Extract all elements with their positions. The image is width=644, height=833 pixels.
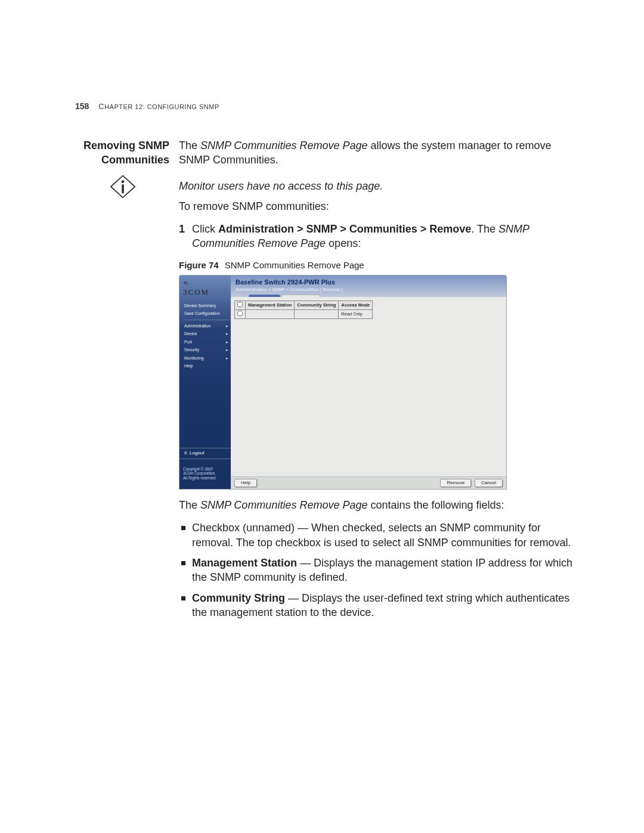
chevron-right-icon: ▸ bbox=[226, 339, 228, 345]
breadcrumb: Administration > SNMP > Communities [ Re… bbox=[231, 287, 506, 295]
communities-table: Management Station Community String Acce… bbox=[234, 301, 373, 319]
body: Removing SNMP Communities The SNMP Commu… bbox=[72, 138, 572, 625]
sidebar-nav: Device Summary Save Configuration Admini… bbox=[183, 302, 230, 370]
sidebar-item-security[interactable]: Security▸ bbox=[183, 346, 230, 354]
select-all-cell bbox=[235, 301, 246, 310]
col-community-string: Community String bbox=[295, 301, 339, 310]
note-block: Monitor users have no access to this pag… bbox=[72, 174, 572, 626]
sidebar: ⟲ 3COM Device Summary Save Configuration… bbox=[179, 275, 231, 489]
section-body: The SNMP Communities Remove Page allows … bbox=[179, 138, 572, 176]
procedure-list: 1 Click Administration > SNMP > Communit… bbox=[179, 222, 572, 251]
page-number: 158 bbox=[75, 101, 89, 111]
note-text: Monitor users have no access to this pag… bbox=[179, 174, 572, 193]
chevron-right-icon: ▸ bbox=[226, 323, 228, 329]
bullet-checkbox: Checkbox (unnamed) — When checked, selec… bbox=[179, 521, 572, 550]
remove-button[interactable]: Remove bbox=[440, 479, 471, 488]
section-row: Removing SNMP Communities The SNMP Commu… bbox=[72, 138, 572, 176]
device-title: Baseline Switch 2924-PWR Plus bbox=[231, 275, 506, 287]
running-header: 158 CHAPTER 12: CONFIGURING SNMP bbox=[75, 101, 219, 111]
sidebar-item-monitoring[interactable]: Monitoring▸ bbox=[183, 354, 230, 362]
section-heading-line2: Communities bbox=[72, 153, 169, 167]
section-heading-line1: Removing SNMP bbox=[72, 138, 169, 153]
chapter-title: CHAPTER 12: CONFIGURING SNMP bbox=[98, 102, 219, 111]
bullet-management-station: Management Station — Displays the manage… bbox=[179, 556, 572, 585]
svg-point-1 bbox=[122, 180, 125, 183]
embedded-screenshot: ⟲ 3COM Device Summary Save Configuration… bbox=[179, 275, 507, 490]
figure-caption: Figure 74SNMP Communities Remove Page bbox=[179, 259, 572, 271]
sidebar-item-port[interactable]: Port▸ bbox=[183, 338, 230, 346]
cell-community-string bbox=[295, 310, 339, 319]
chevron-right-icon: ▸ bbox=[226, 331, 228, 336]
footer-copyright: Copyright © 2007 3Com Corporation. All R… bbox=[183, 467, 227, 481]
cell-management-station bbox=[246, 310, 295, 319]
chevron-right-icon: ▸ bbox=[226, 355, 228, 361]
fields-intro: The SNMP Communities Remove Page contain… bbox=[179, 498, 572, 512]
brand-logo: ⟲ 3COM bbox=[183, 280, 209, 298]
sidebar-item-device[interactable]: Device▸ bbox=[183, 330, 230, 337]
row-select-cell bbox=[235, 310, 246, 319]
sidebar-item-device-summary[interactable]: Device Summary bbox=[183, 302, 230, 309]
logout-link[interactable]: ⎋ Logout bbox=[179, 448, 231, 459]
brand-wordmark: 3COM bbox=[183, 287, 209, 298]
field-bullet-list: Checkbox (unnamed) — When checked, selec… bbox=[179, 521, 572, 620]
bullet-community-string: Community String — Displays the user-def… bbox=[179, 591, 572, 620]
row-select-checkbox[interactable] bbox=[237, 311, 243, 316]
sidebar-item-help[interactable]: Help bbox=[183, 362, 230, 370]
select-all-checkbox[interactable] bbox=[237, 302, 243, 307]
workspace: Management Station Community String Acce… bbox=[231, 297, 506, 477]
svg-rect-2 bbox=[122, 184, 124, 193]
col-management-station: Management Station bbox=[246, 301, 295, 310]
chevron-right-icon: ▸ bbox=[226, 347, 228, 352]
cancel-button[interactable]: Cancel bbox=[475, 479, 503, 488]
procedure-lead-in: To remove SNMP communities: bbox=[179, 199, 572, 213]
sidebar-item-save-configuration[interactable]: Save Configuration bbox=[183, 309, 230, 317]
table-row: Read Only bbox=[235, 310, 373, 319]
step-number: 1 bbox=[179, 222, 192, 251]
intro-paragraph: The SNMP Communities Remove Page allows … bbox=[179, 138, 572, 168]
cell-access-mode: Read Only bbox=[339, 310, 373, 319]
document-page: 158 CHAPTER 12: CONFIGURING SNMP Removin… bbox=[0, 0, 644, 833]
brand-swirl-icon: ⟲ bbox=[183, 280, 209, 287]
help-button[interactable]: Help bbox=[234, 479, 257, 488]
content-footer: Help Remove Cancel bbox=[231, 476, 506, 489]
section-heading: Removing SNMP Communities bbox=[72, 138, 179, 176]
procedure-step-1: 1 Click Administration > SNMP > Communit… bbox=[179, 222, 572, 251]
col-access-mode: Access Mode bbox=[339, 301, 373, 310]
logout-icon: ⎋ bbox=[184, 450, 187, 457]
content-area: Baseline Switch 2924-PWR Plus Administra… bbox=[231, 275, 506, 489]
table-header-row: Management Station Community String Acce… bbox=[235, 301, 373, 310]
info-icon bbox=[68, 174, 178, 203]
sidebar-item-administration[interactable]: Administration▸ bbox=[183, 322, 230, 330]
